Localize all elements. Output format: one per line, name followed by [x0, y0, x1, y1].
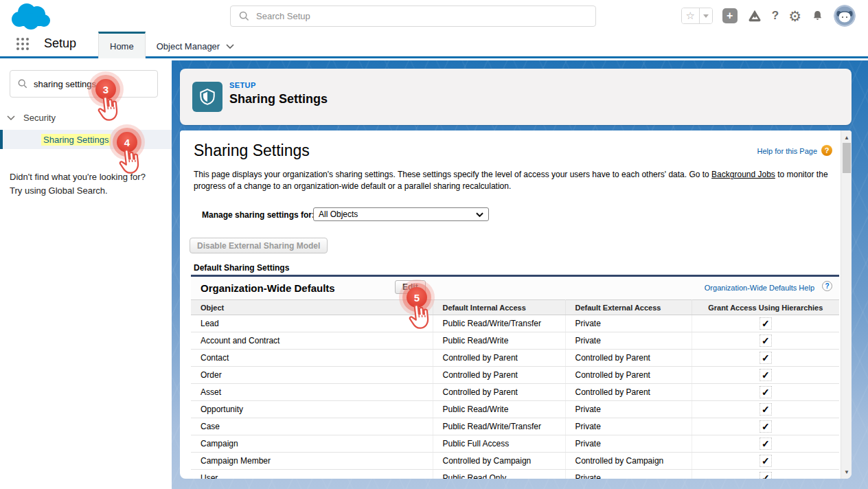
cell-object: Opportunity — [191, 401, 433, 418]
global-search-box[interactable] — [230, 5, 596, 27]
help-orange-icon[interactable]: ? — [821, 145, 832, 156]
salesforce-setup-window: ☆ + ? ⚙ — [0, 0, 868, 489]
background-jobs-link[interactable]: Background Jobs — [711, 170, 775, 179]
owd-help-question-icon[interactable]: ? — [822, 281, 832, 291]
table-row: Case Public Read/Write/Transfer Private … — [191, 418, 839, 435]
table-row: Campaign Public Full Access Private ✓ — [191, 435, 839, 453]
cell-grant: ✓ — [692, 350, 839, 367]
sidebar-item-sharing-settings[interactable]: Sharing Settings — [0, 130, 172, 149]
organization-wide-defaults-section: Organization-Wide Defaults Edit Organiza… — [191, 275, 839, 479]
sidebar-item-label-highlighted: Sharing Settings — [41, 134, 111, 146]
cell-external: Private — [565, 315, 692, 332]
cell-internal: Controlled by Parent — [433, 367, 565, 384]
page-eyebrow: SETUP — [229, 81, 256, 89]
cell-grant: ✓ — [692, 435, 839, 453]
cell-external: Controlled by Parent — [565, 350, 692, 367]
scrollbar-down-arrow[interactable]: ▼ — [841, 466, 852, 477]
col-object: Object — [191, 300, 433, 315]
cell-grant: ✓ — [692, 401, 839, 418]
edit-button[interactable]: Edit — [395, 280, 426, 294]
chevron-down-icon — [226, 44, 234, 49]
cell-object: Asset — [191, 384, 433, 401]
col-default-internal-access: Default Internal Access — [433, 300, 565, 315]
tab-object-manager[interactable]: Object Manager — [146, 32, 246, 58]
tab-object-manager-label: Object Manager — [157, 41, 220, 52]
checkmark-icon: ✓ — [760, 369, 771, 380]
page-header-card: SETUP Sharing Settings — [180, 69, 852, 125]
global-header: ☆ + ? ⚙ — [0, 0, 868, 32]
favorites-dropdown-icon[interactable] — [700, 8, 712, 23]
table-header-row: Object Default Internal Access Default E… — [191, 300, 839, 315]
manage-sharing-label: Manage sharing settings for: — [202, 210, 315, 220]
checkmark-icon: ✓ — [760, 421, 771, 432]
table-row: Opportunity Public Read/Write Private ✓ — [191, 401, 839, 418]
sidebar-quick-find[interactable] — [10, 70, 158, 98]
main-region: SETUP Sharing Settings Sharing Settings … — [172, 60, 868, 489]
table-row: Lead Public Read/Write/Transfer Private … — [191, 315, 839, 332]
nav-tabs: Home Object Manager — [98, 32, 245, 58]
not-found-line1: Didn't find what you're looking for? — [10, 170, 146, 184]
cell-grant: ✓ — [692, 332, 839, 350]
cell-grant: ✓ — [692, 453, 839, 470]
cell-internal: Public Read/Write — [433, 401, 565, 418]
cell-internal: Controlled by Parent — [433, 350, 565, 367]
cell-external: Controlled by Parent — [565, 384, 692, 401]
table-row: Campaign Member Controlled by Campaign C… — [191, 453, 839, 470]
checkmark-icon: ✓ — [760, 438, 771, 449]
disable-external-sharing-model-button[interactable]: Disable External Sharing Model — [190, 238, 328, 253]
setup-gear-icon[interactable]: ⚙ — [788, 9, 801, 23]
table-row: Asset Controlled by Parent Controlled by… — [191, 384, 839, 401]
app-launcher-icon[interactable] — [16, 38, 29, 50]
setup-nav-bar: Setup Home Object Manager — [0, 32, 868, 58]
owd-help-link[interactable]: Organization-Wide Defaults Help — [705, 284, 814, 292]
help-icon[interactable]: ? — [772, 9, 779, 23]
cell-external: Controlled by Campaign — [565, 453, 692, 470]
cell-external: Private — [565, 418, 692, 435]
notifications-bell-icon[interactable] — [811, 9, 824, 23]
cell-grant: ✓ — [692, 470, 839, 479]
cell-internal: Public Read/Write/Transfer — [433, 315, 565, 332]
user-avatar[interactable] — [834, 5, 856, 27]
checkmark-icon: ✓ — [760, 318, 771, 329]
cell-object: Contact — [191, 350, 433, 367]
checkmark-icon: ✓ — [760, 335, 771, 346]
favorites-star-icon[interactable]: ☆ — [682, 8, 700, 23]
guidance-center-icon[interactable] — [747, 8, 762, 23]
cell-object: Lead — [191, 315, 433, 332]
cell-internal: Public Read/Write/Transfer — [433, 418, 565, 435]
favorites-control: ☆ — [681, 8, 713, 24]
tab-home[interactable]: Home — [98, 32, 146, 58]
page-title: Sharing Settings — [229, 92, 328, 106]
table-row: Account and Contract Public Read/Write P… — [191, 332, 839, 350]
scrollbar-thumb[interactable] — [843, 143, 851, 173]
cell-internal: Controlled by Parent — [433, 384, 565, 401]
cell-object: Campaign — [191, 435, 433, 453]
quick-create-plus-icon[interactable]: + — [722, 8, 738, 23]
manage-sharing-select[interactable]: All Objects — [313, 207, 489, 221]
checkmark-icon: ✓ — [760, 404, 771, 415]
sidebar-not-found-text: Didn't find what you're looking for? Try… — [10, 170, 146, 198]
scrollbar-up-arrow[interactable]: ▲ — [841, 132, 852, 143]
sidebar-section-security[interactable]: Security — [7, 113, 56, 123]
default-sharing-settings-label: Default Sharing Settings — [194, 263, 289, 273]
content-scrollbar[interactable]: ▲ ▼ — [841, 130, 852, 479]
salesforce-cloud-icon — [10, 2, 52, 30]
cell-grant: ✓ — [692, 367, 839, 384]
cell-grant: ✓ — [692, 315, 839, 332]
owd-table: Object Default Internal Access Default E… — [191, 299, 839, 479]
section-header: Organization-Wide Defaults Edit Organiza… — [191, 277, 839, 299]
checkmark-icon: ✓ — [760, 352, 771, 363]
help-for-this-page-link[interactable]: Help for this Page — [757, 147, 817, 155]
cell-external: Private — [565, 435, 692, 453]
intro-text-pre: This page displays your organization's s… — [194, 170, 711, 179]
sidebar-section-label: Security — [23, 113, 56, 123]
salesforce-logo[interactable] — [10, 2, 52, 30]
global-search-input[interactable] — [256, 11, 572, 21]
cell-external: Controlled by Parent — [565, 367, 692, 384]
table-row: User Public Read Only Private ✓ — [191, 470, 839, 479]
chevron-down-icon — [7, 115, 15, 120]
sidebar-quick-find-input[interactable] — [34, 79, 137, 89]
col-grant-access-hierarchies: Grant Access Using Hierarchies — [692, 300, 839, 315]
content-card: Sharing Settings Help for this Page ? Th… — [180, 130, 852, 479]
cell-external: Private — [565, 470, 692, 479]
